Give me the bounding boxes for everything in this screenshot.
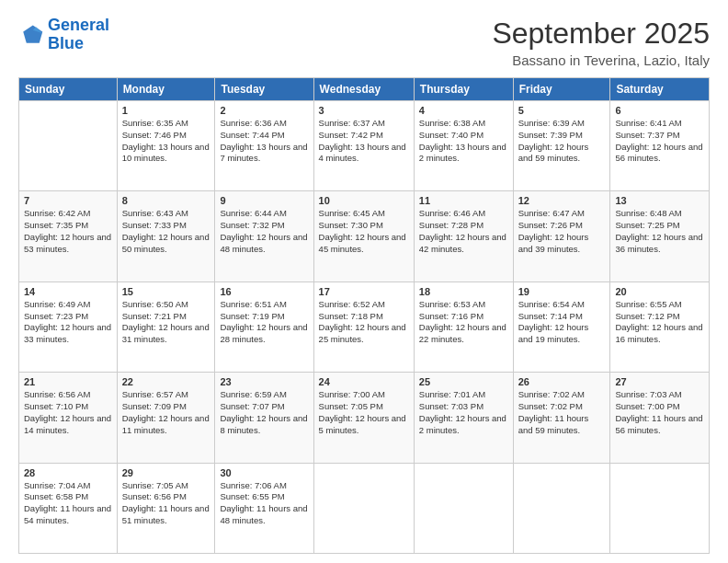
weekday-header: Wednesday [313,78,414,101]
day-info: Sunrise: 7:00 AMSunset: 7:05 PMDaylight:… [319,389,409,436]
calendar-cell: 7Sunrise: 6:42 AMSunset: 7:35 PMDaylight… [19,191,118,282]
calendar-cell: 20Sunrise: 6:55 AMSunset: 7:12 PMDayligh… [610,282,710,372]
day-info: Sunrise: 6:37 AMSunset: 7:42 PMDaylight:… [319,118,409,165]
day-info: Sunrise: 6:56 AMSunset: 7:10 PMDaylight:… [24,389,112,436]
weekday-header: Tuesday [215,78,313,101]
calendar-cell: 4Sunrise: 6:38 AMSunset: 7:40 PMDaylight… [414,101,513,191]
calendar-cell: 27Sunrise: 7:03 AMSunset: 7:00 PMDayligh… [610,373,710,463]
weekday-header: Saturday [610,78,710,101]
day-info: Sunrise: 6:53 AMSunset: 7:16 PMDaylight:… [419,299,508,346]
day-number: 21 [24,376,112,387]
calendar-cell: 23Sunrise: 6:59 AMSunset: 7:07 PMDayligh… [215,373,313,463]
day-number: 5 [518,105,606,116]
day-number: 18 [419,286,508,297]
day-number: 10 [319,195,409,206]
day-info: Sunrise: 7:06 AMSunset: 6:55 PMDaylight:… [220,480,308,527]
day-info: Sunrise: 7:04 AMSunset: 6:58 PMDaylight:… [24,480,112,527]
day-number: 13 [615,195,704,206]
day-info: Sunrise: 6:50 AMSunset: 7:21 PMDaylight:… [122,299,210,346]
calendar-cell: 9Sunrise: 6:44 AMSunset: 7:32 PMDaylight… [215,191,313,282]
day-number: 16 [220,286,308,297]
calendar-cell: 1Sunrise: 6:35 AMSunset: 7:46 PMDaylight… [117,101,215,191]
calendar-cell: 29Sunrise: 7:05 AMSunset: 6:56 PMDayligh… [117,463,215,553]
calendar-cell: 16Sunrise: 6:51 AMSunset: 7:19 PMDayligh… [215,282,313,372]
day-info: Sunrise: 7:02 AMSunset: 7:02 PMDaylight:… [518,389,606,436]
day-info: Sunrise: 6:36 AMSunset: 7:44 PMDaylight:… [220,118,308,165]
day-number: 19 [518,286,606,297]
day-number: 7 [24,195,112,206]
calendar-cell: 22Sunrise: 6:57 AMSunset: 7:09 PMDayligh… [117,373,215,463]
day-info: Sunrise: 6:47 AMSunset: 7:26 PMDaylight:… [518,208,606,255]
day-info: Sunrise: 6:54 AMSunset: 7:14 PMDaylight:… [518,299,606,346]
calendar-cell: 8Sunrise: 6:43 AMSunset: 7:33 PMDaylight… [117,191,215,282]
day-number: 15 [122,286,210,297]
day-number: 14 [24,286,112,297]
weekday-header: Monday [117,78,215,101]
title-block: September 2025 Bassano in Teverina, Lazi… [492,17,710,68]
calendar-cell: 21Sunrise: 6:56 AMSunset: 7:10 PMDayligh… [19,373,118,463]
logo-line1: General [48,16,109,34]
calendar-cell [513,463,610,553]
day-info: Sunrise: 6:38 AMSunset: 7:40 PMDaylight:… [419,118,508,165]
calendar-cell: 28Sunrise: 7:04 AMSunset: 6:58 PMDayligh… [19,463,118,553]
day-info: Sunrise: 6:41 AMSunset: 7:37 PMDaylight:… [615,118,704,165]
calendar-cell: 10Sunrise: 6:45 AMSunset: 7:30 PMDayligh… [313,191,414,282]
calendar-cell [414,463,513,553]
logo-icon [18,22,44,48]
calendar-cell: 11Sunrise: 6:46 AMSunset: 7:28 PMDayligh… [414,191,513,282]
day-number: 27 [615,376,704,387]
day-number: 24 [319,376,409,387]
calendar-week-row: 1Sunrise: 6:35 AMSunset: 7:46 PMDaylight… [19,101,710,191]
calendar-cell: 19Sunrise: 6:54 AMSunset: 7:14 PMDayligh… [513,282,610,372]
calendar-cell: 3Sunrise: 6:37 AMSunset: 7:42 PMDaylight… [313,101,414,191]
day-number: 29 [122,467,210,478]
day-info: Sunrise: 6:49 AMSunset: 7:23 PMDaylight:… [24,299,112,346]
weekday-header: Friday [513,78,610,101]
calendar-table: SundayMondayTuesdayWednesdayThursdayFrid… [18,77,710,554]
calendar-cell: 14Sunrise: 6:49 AMSunset: 7:23 PMDayligh… [19,282,118,372]
day-number: 30 [220,467,308,478]
day-info: Sunrise: 7:01 AMSunset: 7:03 PMDaylight:… [419,389,508,436]
calendar-cell: 18Sunrise: 6:53 AMSunset: 7:16 PMDayligh… [414,282,513,372]
location-title: Bassano in Teverina, Lazio, Italy [492,52,710,68]
calendar-cell [19,101,118,191]
day-number: 11 [419,195,508,206]
calendar-week-row: 28Sunrise: 7:04 AMSunset: 6:58 PMDayligh… [19,463,710,553]
calendar-cell: 25Sunrise: 7:01 AMSunset: 7:03 PMDayligh… [414,373,513,463]
calendar-week-row: 7Sunrise: 6:42 AMSunset: 7:35 PMDaylight… [19,191,710,282]
day-number: 1 [122,105,210,116]
calendar-cell [610,463,710,553]
day-info: Sunrise: 6:48 AMSunset: 7:25 PMDaylight:… [615,208,704,255]
calendar-cell: 24Sunrise: 7:00 AMSunset: 7:05 PMDayligh… [313,373,414,463]
day-number: 26 [518,376,606,387]
logo-text: General Blue [48,17,109,53]
day-number: 2 [220,105,308,116]
day-info: Sunrise: 6:59 AMSunset: 7:07 PMDaylight:… [220,389,308,436]
calendar-cell: 30Sunrise: 7:06 AMSunset: 6:55 PMDayligh… [215,463,313,553]
month-title: September 2025 [492,17,710,51]
calendar-cell: 17Sunrise: 6:52 AMSunset: 7:18 PMDayligh… [313,282,414,372]
day-info: Sunrise: 7:03 AMSunset: 7:00 PMDaylight:… [615,389,704,436]
day-info: Sunrise: 6:52 AMSunset: 7:18 PMDaylight:… [319,299,409,346]
day-number: 12 [518,195,606,206]
day-number: 25 [419,376,508,387]
calendar-week-row: 21Sunrise: 6:56 AMSunset: 7:10 PMDayligh… [19,373,710,463]
day-number: 6 [615,105,704,116]
day-number: 17 [319,286,409,297]
day-info: Sunrise: 6:55 AMSunset: 7:12 PMDaylight:… [615,299,704,346]
calendar-cell: 15Sunrise: 6:50 AMSunset: 7:21 PMDayligh… [117,282,215,372]
day-info: Sunrise: 6:39 AMSunset: 7:39 PMDaylight:… [518,118,606,165]
day-info: Sunrise: 6:51 AMSunset: 7:19 PMDaylight:… [220,299,308,346]
day-number: 28 [24,467,112,478]
calendar-cell: 12Sunrise: 6:47 AMSunset: 7:26 PMDayligh… [513,191,610,282]
weekday-header: Sunday [19,78,118,101]
day-number: 22 [122,376,210,387]
day-info: Sunrise: 6:43 AMSunset: 7:33 PMDaylight:… [122,208,210,255]
day-info: Sunrise: 6:42 AMSunset: 7:35 PMDaylight:… [24,208,112,255]
calendar-cell: 26Sunrise: 7:02 AMSunset: 7:02 PMDayligh… [513,373,610,463]
calendar-cell: 5Sunrise: 6:39 AMSunset: 7:39 PMDaylight… [513,101,610,191]
day-number: 23 [220,376,308,387]
day-info: Sunrise: 6:46 AMSunset: 7:28 PMDaylight:… [419,208,508,255]
day-number: 20 [615,286,704,297]
day-info: Sunrise: 6:57 AMSunset: 7:09 PMDaylight:… [122,389,210,436]
